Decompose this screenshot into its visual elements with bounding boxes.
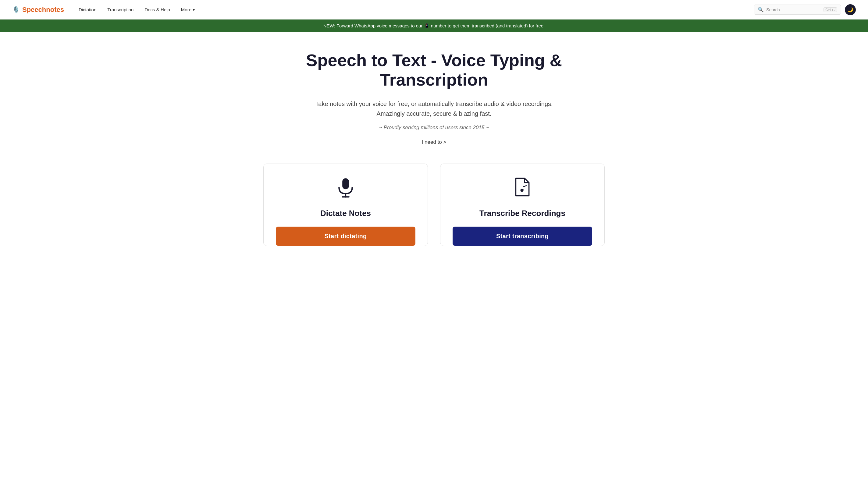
theme-toggle-button[interactable]: 🌙 [845, 4, 856, 15]
logo-icon: 🎙️ [12, 6, 20, 13]
start-transcribing-button[interactable]: Start transcribing [453, 227, 592, 246]
nav-right: 🔍 Ctrl + / 🌙 [754, 4, 856, 15]
nav-item-transcription[interactable]: Transcription [103, 5, 138, 15]
nav-item-docs-help[interactable]: Docs & Help [140, 5, 175, 15]
audio-file-icon [511, 176, 533, 203]
navbar: 🎙️ Speechnotes Dictation Transcription D… [0, 0, 868, 20]
hero-section: Speech to Text - Voice Typing & Transcri… [297, 32, 571, 157]
search-input[interactable] [766, 7, 821, 12]
svg-rect-0 [342, 178, 349, 189]
dictate-card-title: Dictate Notes [320, 209, 371, 218]
start-dictating-button[interactable]: Start dictating [276, 227, 415, 246]
nav-item-dictation[interactable]: Dictation [74, 5, 101, 15]
chevron-down-icon: ▾ [193, 7, 195, 12]
cards-section: Dictate Notes Start dictating Transcribe… [221, 157, 647, 246]
search-icon: 🔍 [758, 7, 764, 12]
hero-tagline: ~ Proudly serving millions of users sinc… [303, 124, 565, 131]
more-label: More [181, 7, 191, 12]
hero-cta[interactable]: I need to > [422, 139, 447, 145]
hero-subtitle: Take notes with your voice for free, or … [303, 99, 565, 118]
transcribe-card: Transcribe Recordings Start transcribing [440, 164, 605, 246]
announcement-banner: NEW: Forward WhatsApp voice messages to … [0, 20, 868, 32]
nav-item-more[interactable]: More ▾ [176, 5, 200, 15]
search-box[interactable]: 🔍 Ctrl + / [754, 5, 841, 15]
banner-text: NEW: Forward WhatsApp voice messages to … [324, 23, 545, 28]
dictate-card: Dictate Notes Start dictating [263, 164, 428, 246]
search-shortcut: Ctrl + / [823, 7, 837, 12]
svg-line-3 [524, 185, 526, 186]
nav-links: Dictation Transcription Docs & Help More… [74, 5, 754, 15]
logo-link[interactable]: 🎙️ Speechnotes [12, 6, 64, 14]
transcribe-card-title: Transcribe Recordings [479, 209, 565, 218]
moon-icon: 🌙 [847, 7, 853, 12]
logo-text: Speechnotes [22, 6, 64, 14]
hero-title: Speech to Text - Voice Typing & Transcri… [303, 51, 565, 90]
microphone-icon [335, 176, 357, 203]
